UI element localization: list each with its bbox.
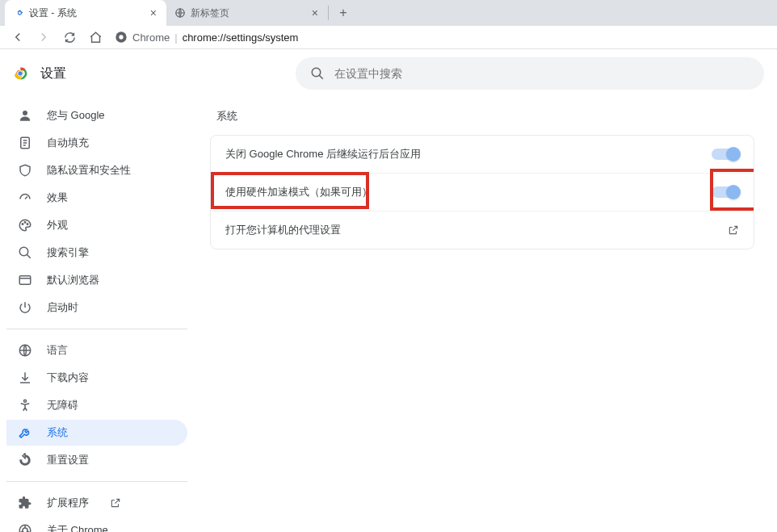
section-title: 系统 <box>216 109 754 124</box>
sidebar-item-label: 重置设置 <box>47 453 89 467</box>
sidebar-item-label: 语言 <box>47 343 68 358</box>
sidebar-item-label: 系统 <box>47 425 68 440</box>
sidebar: 您与 Google自动填充隐私设置和安全性效果外观搜索引擎默认浏览器启动时语言下… <box>0 98 194 532</box>
tab-title: 新标签页 <box>191 6 229 20</box>
svg-point-10 <box>24 222 26 224</box>
gear-blue-icon <box>13 7 24 19</box>
setting-row: 关闭 Google Chrome 后继续运行后台应用 <box>211 136 754 174</box>
sidebar-item-label: 隐私设置和安全性 <box>47 163 131 178</box>
sidebar-item-extension[interactable]: 扩展程序 <box>6 490 187 516</box>
setting-row: 使用硬件加速模式（如果可用） <box>211 174 754 212</box>
tab-settings[interactable]: 设置 - 系统 × <box>5 0 166 26</box>
accessibility-icon <box>18 398 32 413</box>
svg-point-11 <box>27 224 28 225</box>
back-button[interactable] <box>6 26 29 48</box>
speed-icon <box>18 191 32 205</box>
sidebar-item-label: 自动填充 <box>47 136 89 150</box>
new-tab-button[interactable]: + <box>332 2 355 24</box>
svg-point-6 <box>312 68 321 77</box>
sidebar-item-label: 搜索引擎 <box>47 245 89 260</box>
svg-rect-13 <box>19 276 31 285</box>
setting-label: 使用硬件加速模式（如果可用） <box>225 185 372 199</box>
extension-icon <box>18 496 32 510</box>
close-icon[interactable]: × <box>149 6 158 19</box>
external-link-icon <box>728 224 739 236</box>
sidebar-item-label: 您与 Google <box>47 108 105 123</box>
tab-strip: 设置 - 系统 × 新标签页 × + <box>0 0 777 26</box>
search-icon <box>310 66 325 81</box>
external-link-icon <box>110 497 121 509</box>
sidebar-item-power[interactable]: 启动时 <box>6 295 187 320</box>
search-box[interactable] <box>296 57 764 90</box>
tab-divider <box>328 6 329 20</box>
globe-icon <box>174 7 186 19</box>
sidebar-item-globe[interactable]: 语言 <box>6 337 187 363</box>
svg-point-7 <box>23 111 27 115</box>
sidebar-item-chrome[interactable]: 关于 Chrome <box>6 517 187 532</box>
sidebar-item-label: 启动时 <box>47 300 78 315</box>
tab-newtab[interactable]: 新标签页 × <box>166 0 328 26</box>
sidebar-item-label: 效果 <box>47 191 68 205</box>
forward-button[interactable] <box>32 26 55 48</box>
setting-label: 打开您计算机的代理设置 <box>225 223 341 237</box>
svg-point-12 <box>19 247 28 256</box>
home-button[interactable] <box>84 26 107 48</box>
globe-icon <box>18 343 32 358</box>
toggle[interactable] <box>712 149 739 160</box>
search-icon <box>18 245 32 260</box>
person-icon <box>18 108 32 123</box>
download-icon <box>18 371 32 385</box>
wrench-icon <box>18 425 32 440</box>
omnibox-chip: Chrome <box>132 31 170 44</box>
settings-header: 设置 <box>0 49 777 98</box>
sidebar-item-autofill[interactable]: 自动填充 <box>6 130 187 156</box>
sidebar-item-label: 下载内容 <box>47 371 89 385</box>
shield-icon <box>18 163 32 178</box>
chrome-icon <box>18 523 32 532</box>
sidebar-item-accessibility[interactable]: 无障碍 <box>6 392 187 418</box>
sidebar-item-label: 扩展程序 <box>47 496 89 510</box>
power-icon <box>18 300 32 315</box>
sidebar-item-reset[interactable]: 重置设置 <box>6 447 187 473</box>
omnibox-url: chrome://settings/system <box>183 31 299 44</box>
settings-card: 关闭 Google Chrome 后继续运行后台应用使用硬件加速模式（如果可用）… <box>210 135 754 249</box>
page-title: 设置 <box>40 65 66 82</box>
search-input[interactable] <box>334 67 750 80</box>
main-panel: 系统 关闭 Google Chrome 后继续运行后台应用使用硬件加速模式（如果… <box>194 98 777 532</box>
browser-icon <box>18 273 32 287</box>
reload-button[interactable] <box>58 26 81 48</box>
svg-point-2 <box>119 35 123 39</box>
close-icon[interactable]: × <box>310 6 320 19</box>
sidebar-item-speed[interactable]: 效果 <box>6 185 187 211</box>
sidebar-item-label: 无障碍 <box>47 398 78 413</box>
setting-label: 关闭 Google Chrome 后继续运行后台应用 <box>225 147 421 161</box>
sidebar-item-palette[interactable]: 外观 <box>6 212 187 238</box>
sidebar-item-shield[interactable]: 隐私设置和安全性 <box>6 157 187 183</box>
reset-icon <box>18 453 32 467</box>
sidebar-item-label: 默认浏览器 <box>47 273 99 287</box>
sidebar-item-wrench[interactable]: 系统 <box>6 420 187 446</box>
palette-icon <box>18 218 32 232</box>
sidebar-item-browser[interactable]: 默认浏览器 <box>6 267 187 293</box>
sidebar-item-person[interactable]: 您与 Google <box>6 103 187 128</box>
svg-point-15 <box>24 400 27 402</box>
sidebar-item-label: 关于 Chrome <box>47 523 108 532</box>
autofill-icon <box>18 136 32 150</box>
sidebar-divider <box>6 481 187 482</box>
sidebar-item-download[interactable]: 下载内容 <box>6 365 187 391</box>
sidebar-item-label: 外观 <box>47 218 68 232</box>
omnibox[interactable]: Chrome | chrome://settings/system <box>115 31 771 44</box>
toolbar: Chrome | chrome://settings/system <box>0 26 777 49</box>
toggle[interactable] <box>712 186 739 198</box>
svg-point-9 <box>22 224 23 225</box>
svg-point-17 <box>23 528 27 532</box>
setting-row[interactable]: 打开您计算机的代理设置 <box>211 212 754 249</box>
sidebar-item-search[interactable]: 搜索引擎 <box>6 240 187 266</box>
chrome-favicon-icon <box>115 31 128 44</box>
tab-title: 设置 - 系统 <box>29 6 77 20</box>
sidebar-divider <box>6 329 187 329</box>
chrome-logo-icon <box>11 65 29 82</box>
